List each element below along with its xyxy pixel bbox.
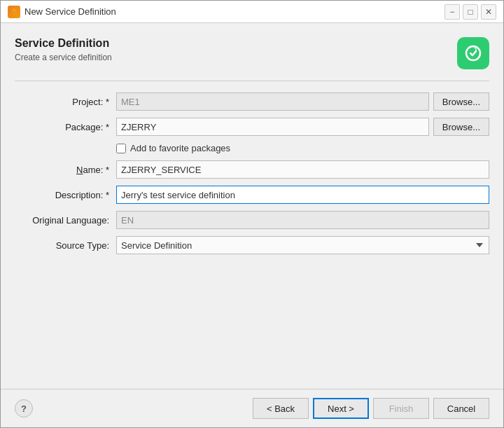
- header-section: Service Definition Create a service defi…: [15, 37, 489, 69]
- description-row: Description: *: [15, 186, 489, 204]
- package-row: Package: * Browse...: [15, 118, 489, 136]
- header-titles: Service Definition Create a service defi…: [15, 37, 112, 62]
- page-subtitle: Create a service definition: [15, 53, 112, 62]
- source-type-select[interactable]: Service Definition Business Object CDS V…: [116, 236, 489, 254]
- package-input[interactable]: [116, 118, 429, 136]
- project-browse-button[interactable]: Browse...: [433, 92, 489, 111]
- header-icon: [457, 37, 489, 69]
- add-favorite-label: Add to favorite packages: [130, 143, 230, 153]
- window-controls: − □ ✕: [444, 4, 496, 20]
- window-title: New Service Definition: [24, 6, 116, 17]
- name-input-group: [116, 160, 489, 179]
- project-input-group: Browse...: [116, 92, 489, 111]
- finish-button[interactable]: Finish: [373, 398, 429, 419]
- maximize-button[interactable]: □: [463, 4, 478, 20]
- footer: ? < Back Next > Finish Cancel: [1, 389, 503, 427]
- package-input-group: Browse...: [116, 118, 489, 136]
- name-input[interactable]: [116, 160, 489, 179]
- dialog-window: New Service Definition − □ ✕ Service Def…: [0, 0, 504, 428]
- add-favorite-checkbox[interactable]: [116, 144, 126, 153]
- package-label: Package: *: [15, 122, 116, 132]
- original-language-label: Original Language:: [15, 215, 116, 226]
- app-icon: [8, 6, 20, 18]
- description-label: Description: *: [15, 190, 116, 200]
- original-language-input[interactable]: [116, 211, 489, 229]
- next-button[interactable]: Next >: [313, 398, 369, 419]
- page-title: Service Definition: [15, 37, 112, 50]
- cancel-button[interactable]: Cancel: [433, 398, 489, 419]
- source-type-label: Source Type:: [15, 240, 116, 251]
- source-type-row: Source Type: Service Definition Business…: [15, 236, 489, 254]
- project-label: Project: *: [15, 97, 116, 107]
- package-browse-button[interactable]: Browse...: [433, 118, 489, 136]
- description-input[interactable]: [116, 186, 489, 204]
- footer-left: ?: [15, 399, 33, 417]
- close-button[interactable]: ✕: [481, 4, 496, 20]
- title-bar: New Service Definition − □ ✕: [1, 1, 503, 23]
- project-row: Project: * Browse...: [15, 92, 489, 111]
- minimize-button[interactable]: −: [444, 4, 460, 20]
- favorite-packages-row: Add to favorite packages: [116, 143, 489, 153]
- name-label: Name: *: [15, 165, 116, 175]
- name-row: Name: *: [15, 160, 489, 179]
- back-button[interactable]: < Back: [253, 398, 309, 419]
- source-type-input-group: Service Definition Business Object CDS V…: [116, 236, 489, 254]
- name-label-underline: N: [76, 165, 83, 175]
- original-language-input-group: [116, 211, 489, 229]
- header-divider: [15, 81, 489, 81]
- form-section: Project: * Browse... Package: * Browse..…: [15, 92, 489, 254]
- footer-buttons: < Back Next > Finish Cancel: [253, 398, 489, 419]
- original-language-row: Original Language:: [15, 211, 489, 229]
- title-bar-left: New Service Definition: [8, 6, 116, 18]
- project-input[interactable]: [116, 92, 429, 111]
- help-button[interactable]: ?: [15, 399, 33, 417]
- description-input-group: [116, 186, 489, 204]
- content-area: Service Definition Create a service defi…: [1, 23, 503, 389]
